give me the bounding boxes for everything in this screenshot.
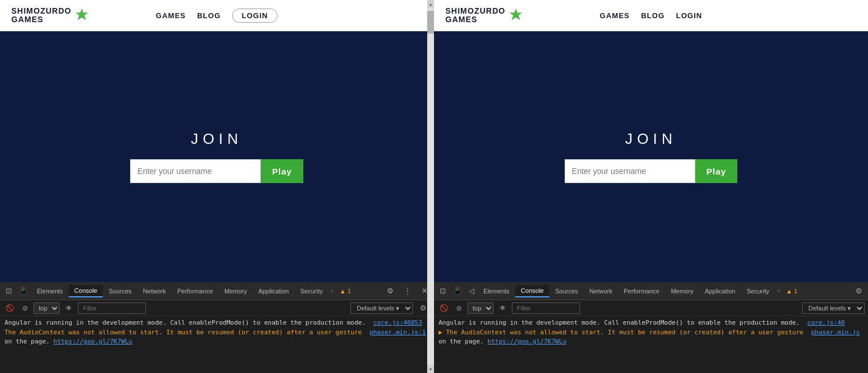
left-filter-input[interactable] [78, 302, 146, 314]
left-game-area: JOIN Play [0, 31, 433, 282]
right-nav-blog[interactable]: BLOG [641, 11, 665, 20]
left-logo: SHIMOZURDO GAMES [11, 7, 90, 24]
right-devtools-settings-icon[interactable]: ⚙ [852, 284, 866, 297]
left-console-line-3: on the page. https://goo.gl/7K7WLu [5, 337, 429, 347]
right-tab-elements[interactable]: Elements [478, 285, 515, 297]
left-console-output: Angular is running in the development mo… [0, 316, 433, 373]
right-join-form: Play [565, 159, 738, 183]
left-warning-badge: ▲ 1 [336, 288, 354, 295]
left-levels-select[interactable]: Default levels ▾ [350, 302, 413, 314]
scroll-down-arrow[interactable]: ▼ [427, 365, 434, 373]
left-devtools: ⊡ 📱 Elements Console Sources Network Per… [0, 282, 433, 373]
left-console-line-2: The AudioContext was not allowed to star… [5, 328, 429, 338]
right-console-link-2[interactable]: phaser.min.js [811, 329, 860, 336]
left-devtools-settings-icon[interactable]: ⚙ [383, 284, 397, 297]
right-context-select[interactable]: top [468, 302, 494, 314]
right-eye-icon[interactable]: 👁 [497, 303, 508, 313]
left-devtools-gear-area: ⚙ ⋮ ✕ [383, 284, 431, 297]
svg-marker-0 [75, 9, 87, 20]
scroll-up-arrow[interactable]: ▲ [427, 0, 434, 8]
left-play-button[interactable]: Play [261, 159, 303, 183]
right-nav-games[interactable]: GAMES [600, 11, 630, 20]
right-devtools-back-icon[interactable]: ◁ [465, 284, 478, 297]
left-nav-blog[interactable]: BLOG [197, 11, 221, 20]
right-devtools-device-icon[interactable]: 📱 [449, 284, 465, 297]
left-context-select[interactable]: top [34, 302, 60, 314]
right-devtools: ⊡ 📱 ◁ Elements Console Sources Network P… [434, 282, 868, 373]
right-clear-icon[interactable]: 🚫 [437, 303, 450, 313]
left-console-line-1: Angular is running in the development mo… [5, 318, 429, 328]
right-devtools-gear-area: ⚙ [852, 284, 866, 297]
left-filter-icon[interactable]: ⊘ [20, 303, 30, 313]
right-console-line-1: Angular is running in the development mo… [439, 318, 863, 328]
right-devtools-inspect-icon[interactable]: ⊡ [436, 284, 449, 297]
left-join-title: JOIN [191, 130, 243, 148]
right-tab-security[interactable]: Security [741, 285, 775, 297]
right-console-link-3[interactable]: https://goo.gl/7K7WLu [487, 338, 566, 345]
left-tab-memory[interactable]: Memory [219, 285, 253, 297]
left-tab-sources[interactable]: Sources [103, 285, 137, 297]
scroll-track [427, 8, 434, 365]
left-devtools-device-icon[interactable]: 📱 [15, 284, 31, 297]
left-panel: SHIMOZURDO GAMES GAMES BLOG LOGIN JOIN P… [0, 0, 434, 373]
svg-marker-1 [509, 9, 521, 20]
left-nav-links: GAMES BLOG LOGIN [156, 9, 277, 23]
right-devtools-tabbar: ⊡ 📱 ◁ Elements Console Sources Network P… [434, 282, 868, 300]
left-console-link-2[interactable]: phaser.min.js:1 [369, 329, 425, 336]
right-console-link-1[interactable]: core.js:40 [807, 319, 845, 326]
left-logo-star-icon [74, 7, 90, 23]
right-tab-network[interactable]: Network [584, 285, 618, 297]
left-tab-application[interactable]: Application [253, 285, 295, 297]
right-join-title: JOIN [625, 130, 677, 148]
left-console-link-3[interactable]: https://goo.gl/7K7WLu [53, 338, 132, 345]
left-clear-icon[interactable]: 🚫 [3, 303, 16, 313]
right-filter-icon[interactable]: ⊘ [454, 303, 464, 313]
right-panel: SHIMOZURDO GAMES GAMES BLOG LOGIN JOIN P… [434, 0, 868, 373]
right-warning-badge: ▲ 1 [783, 288, 801, 295]
left-tab-overflow[interactable]: » [328, 288, 336, 294]
scroll-thumb[interactable] [427, 11, 434, 34]
left-username-input[interactable] [130, 159, 261, 183]
left-join-form: Play [130, 159, 303, 183]
left-tab-console[interactable]: Console [69, 285, 103, 297]
right-devtools-toolbar: 🚫 ⊘ top 👁 Default levels ▾ [434, 300, 868, 316]
left-devtools-tabbar: ⊡ 📱 Elements Console Sources Network Per… [0, 282, 433, 300]
left-console-link-1[interactable]: core.js:40853 [373, 319, 422, 326]
left-devtools-toolbar: 🚫 ⊘ top 👁 Default levels ▾ ⚙ [0, 300, 433, 316]
right-tab-memory[interactable]: Memory [665, 285, 699, 297]
right-tab-performance[interactable]: Performance [618, 285, 665, 297]
right-logo: SHIMOZURDO GAMES [445, 7, 524, 24]
right-nav-links: GAMES BLOG LOGIN [600, 11, 702, 20]
right-levels-select[interactable]: Default levels ▾ [802, 302, 865, 314]
right-nav-login[interactable]: LOGIN [676, 11, 702, 20]
right-console-output: Angular is running in the development mo… [434, 316, 868, 373]
right-filter-input[interactable] [512, 302, 580, 314]
left-tab-elements[interactable]: Elements [31, 285, 69, 297]
left-nav-games[interactable]: GAMES [156, 11, 186, 20]
left-tab-security[interactable]: Security [294, 285, 328, 297]
left-devtools-inspect-icon[interactable]: ⊡ [2, 284, 15, 297]
left-nav-login-button[interactable]: LOGIN [232, 9, 278, 23]
right-game-area: JOIN Play [434, 31, 868, 282]
right-play-button[interactable]: Play [695, 159, 738, 183]
left-logo-text: SHIMOZURDO GAMES [11, 7, 72, 24]
right-navbar: SHIMOZURDO GAMES GAMES BLOG LOGIN [434, 0, 868, 31]
right-logo-text: SHIMOZURDO GAMES [445, 7, 506, 24]
right-tab-console[interactable]: Console [515, 285, 549, 297]
left-devtools-more-icon[interactable]: ⋮ [400, 284, 415, 297]
center-scrollbar[interactable]: ▲ ▼ [427, 0, 434, 373]
right-tab-overflow[interactable]: » [775, 288, 783, 294]
right-username-input[interactable] [565, 159, 695, 183]
left-tab-performance[interactable]: Performance [172, 285, 219, 297]
right-tab-sources[interactable]: Sources [549, 285, 583, 297]
right-console-line-3: on the page. https://goo.gl/7K7WLu [439, 337, 863, 347]
left-eye-icon[interactable]: 👁 [63, 303, 74, 313]
right-tab-application[interactable]: Application [699, 285, 741, 297]
right-console-line-2: ▶ The AudioContext was not allowed to st… [439, 328, 863, 338]
left-navbar: SHIMOZURDO GAMES GAMES BLOG LOGIN [0, 0, 433, 31]
right-logo-star-icon [508, 7, 524, 23]
left-tab-network[interactable]: Network [137, 285, 172, 297]
